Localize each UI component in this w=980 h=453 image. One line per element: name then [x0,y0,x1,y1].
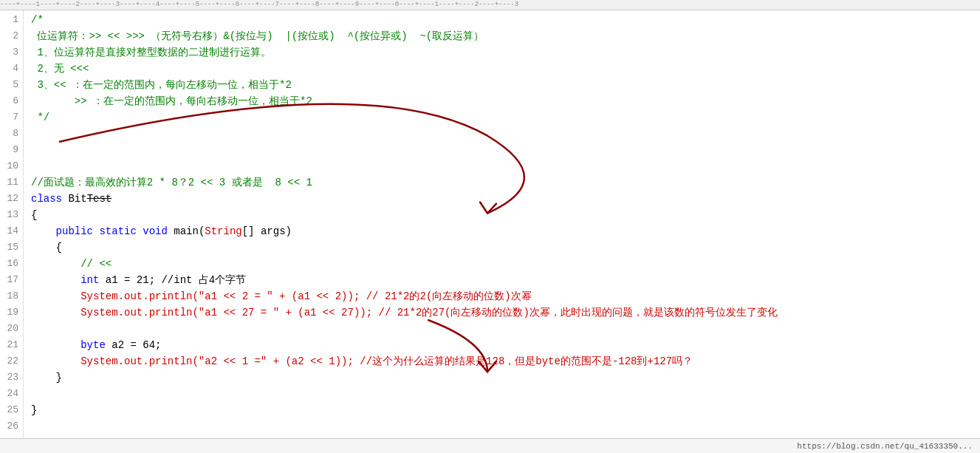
ruler-text: ----+----1----+----2----+----3----+----4… [0,1,518,8]
code-area: 1234567891011121314151617181920212223242… [0,10,980,438]
code-line: } [31,369,980,386]
line-number: 19 [0,304,18,321]
code-line: { [31,239,980,256]
line-number: 3 [0,44,18,61]
line-number: 6 [0,93,18,109]
code-line: int a1 = 21; //int 占4个字节 [31,272,980,288]
line-number: 13 [0,207,18,223]
line-number: 5 [0,77,18,93]
code-line: 位运算符：>> << >>> （无符号右移）&(按位与) |(按位或) ^(按位… [31,28,980,44]
line-number: 14 [0,223,18,239]
code-line: /* [31,12,980,28]
code-line: public static void main(String[] args) [31,223,980,239]
line-number: 8 [0,126,18,142]
line-number: 4 [0,61,18,77]
status-bar: https://blog.csdn.net/qu_41633350... [0,438,980,453]
line-number: 23 [0,369,18,386]
code-line: System.out.println("a1 << 2 = " + (a1 <<… [31,288,980,304]
code-line: System.out.println("a2 << 1 =" + (a2 << … [31,353,980,369]
line-number: 16 [0,256,18,272]
line-number: 2 [0,28,18,44]
line-number: 11 [0,174,18,191]
code-line: byte a2 = 64; [31,337,980,353]
line-number: 21 [0,337,18,353]
code-line: 1、位运算符是直接对整型数据的二进制进行运算。 [31,44,980,61]
code-line [31,158,980,174]
code-line: class BitTest [31,191,980,207]
ruler: ----+----1----+----2----+----3----+----4… [0,0,980,10]
code-line: // << [31,256,980,272]
line-number: 26 [0,418,18,435]
line-numbers: 1234567891011121314151617181920212223242… [0,10,24,438]
status-url: https://blog.csdn.net/qu_41633350... [797,442,973,451]
line-number: 25 [0,402,18,418]
line-number: 18 [0,288,18,304]
code-line: 3、<< ：在一定的范围内，每向左移动一位，相当于*2 [31,77,980,93]
code-line: } [31,402,980,418]
line-number: 17 [0,272,18,288]
line-number: 7 [0,109,18,126]
code-line [31,386,980,402]
line-number: 20 [0,321,18,337]
code-line: System.out.println("a1 << 27 = " + (a1 <… [31,304,980,321]
code-line: */ [31,109,980,126]
code-line: 2、无 <<< [31,61,980,77]
code-line [31,321,980,337]
code-content[interactable]: /* 位运算符：>> << >>> （无符号右移）&(按位与) |(按位或) ^… [24,10,980,438]
line-number: 9 [0,142,18,158]
line-number: 1 [0,12,18,28]
code-line: //面试题：最高效的计算2 * 8？2 << 3 或者是 8 << 1 [31,174,980,191]
code-line [31,418,980,435]
code-line [31,142,980,158]
line-number: 10 [0,158,18,174]
code-line: >> ：在一定的范围内，每向右移动一位，相当于*2 [31,93,980,109]
line-number: 15 [0,239,18,256]
code-line: { [31,207,980,223]
line-number: 22 [0,353,18,369]
line-number: 24 [0,386,18,402]
code-line [31,126,980,142]
line-number: 12 [0,191,18,207]
